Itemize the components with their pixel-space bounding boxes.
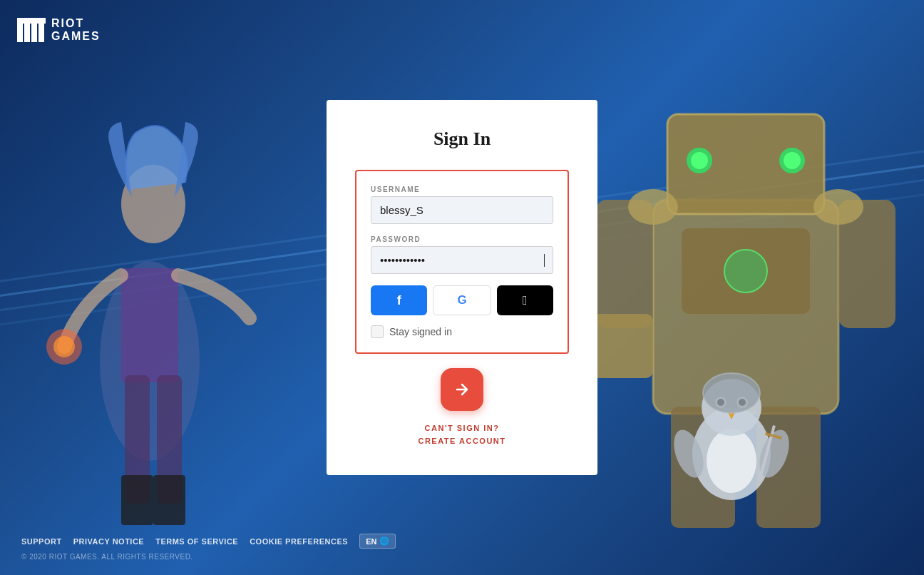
- footer-language-selector[interactable]: EN 🌐: [359, 534, 396, 549]
- username-input[interactable]: [371, 196, 553, 224]
- google-icon: G: [457, 293, 466, 307]
- arrow-right-icon: [453, 381, 471, 398]
- sign-in-modal: Sign In USERNAME PASSWORD f G : [327, 100, 597, 475]
- svg-rect-2: [121, 268, 178, 382]
- character-left: [21, 76, 292, 532]
- footer-support-link[interactable]: SUPPORT: [21, 537, 62, 546]
- form-container: USERNAME PASSWORD f G  Stay: [355, 170, 569, 354]
- password-cursor: [544, 254, 545, 267]
- modal-title: Sign In: [355, 128, 569, 150]
- character-penguin: [667, 361, 796, 504]
- svg-rect-19: [589, 314, 653, 378]
- apple-signin-button[interactable]: : [497, 285, 553, 315]
- globe-icon: 🌐: [379, 536, 389, 546]
- submit-button-wrapper: [355, 368, 569, 411]
- svg-point-8: [53, 336, 75, 357]
- footer-cookie-link[interactable]: COOKIE PREFERENCES: [250, 537, 348, 546]
- links-section: CAN'T SIGN IN? CREATE ACCOUNT: [355, 424, 569, 445]
- footer: SUPPORT PRIVACY NOTICE TERMS OF SERVICE …: [21, 534, 396, 561]
- footer-links-row: SUPPORT PRIVACY NOTICE TERMS OF SERVICE …: [21, 534, 396, 549]
- password-input[interactable]: [371, 246, 553, 274]
- svg-point-14: [784, 152, 801, 169]
- apple-icon: : [523, 293, 528, 308]
- svg-rect-40: [17, 18, 46, 24]
- social-buttons: f G : [371, 285, 553, 315]
- svg-point-23: [813, 189, 863, 225]
- cant-sign-in-link[interactable]: CAN'T SIGN IN?: [355, 424, 569, 432]
- submit-button[interactable]: [441, 368, 483, 411]
- password-label: PASSWORD: [371, 235, 553, 243]
- svg-point-16: [724, 250, 767, 292]
- password-wrapper: [371, 246, 553, 274]
- svg-point-25: [707, 429, 756, 493]
- username-field-group: USERNAME: [371, 185, 553, 224]
- svg-point-22: [628, 189, 678, 225]
- logo-text: RIOT GAMES: [51, 17, 101, 42]
- facebook-icon: f: [397, 293, 401, 308]
- stay-signed-label: Stay signed in: [389, 326, 452, 337]
- stay-signed-checkbox[interactable]: [371, 325, 384, 338]
- svg-rect-5: [121, 475, 153, 525]
- footer-terms-link[interactable]: TERMS OF SERVICE: [155, 537, 238, 546]
- facebook-signin-button[interactable]: f: [371, 285, 427, 315]
- footer-lang-text: EN: [366, 537, 376, 546]
- footer-copyright: © 2020 RIOT GAMES. ALL RIGHTS RESERVED.: [21, 553, 396, 561]
- logo[interactable]: RIOT GAMES: [17, 17, 101, 42]
- svg-point-12: [691, 152, 708, 169]
- svg-rect-6: [153, 475, 185, 525]
- stay-signed-container: Stay signed in: [371, 325, 553, 338]
- create-account-link[interactable]: CREATE ACCOUNT: [355, 437, 569, 445]
- footer-privacy-link[interactable]: PRIVACY NOTICE: [73, 537, 145, 546]
- svg-point-31: [703, 373, 760, 413]
- logo-icon: [17, 18, 46, 42]
- google-signin-button[interactable]: G: [433, 285, 491, 315]
- username-label: USERNAME: [371, 185, 553, 193]
- password-field-group: PASSWORD: [371, 235, 553, 274]
